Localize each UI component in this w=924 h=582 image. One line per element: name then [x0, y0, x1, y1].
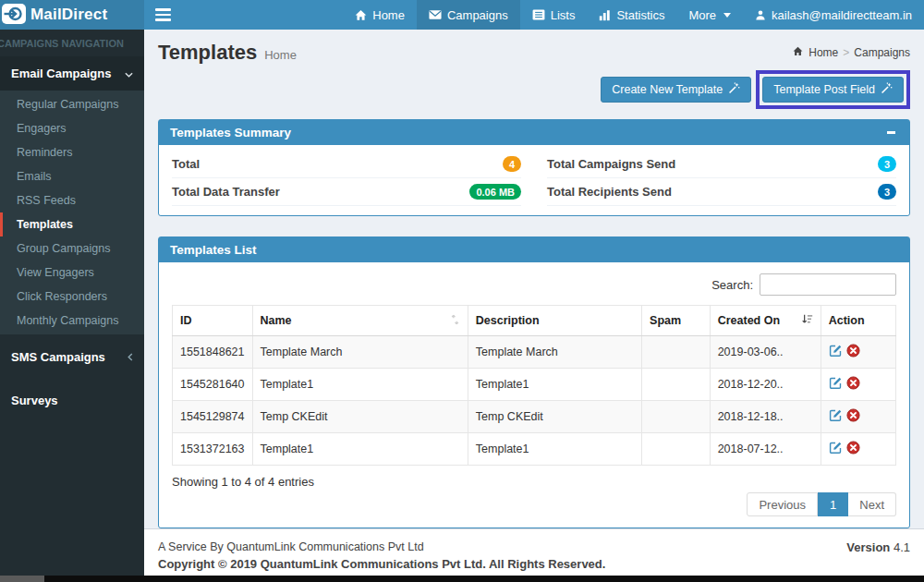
sidebar-item-emails[interactable]: Emails — [0, 164, 144, 188]
templates-summary-header: Templates Summary — [159, 120, 909, 145]
sidebar-item-view-engagers[interactable]: View Engagers — [0, 261, 144, 285]
nav-statistics[interactable]: Statistics — [587, 0, 676, 30]
table-row: 1545129874 Temp CKEdit Temp CKEdit 2018-… — [173, 401, 896, 433]
edit-icon[interactable] — [829, 376, 843, 393]
column-header-id[interactable]: ID — [173, 306, 253, 336]
previous-page-button[interactable]: Previous — [747, 492, 818, 516]
cell-description: Template1 — [468, 369, 641, 401]
cell-id: 1545281640 — [173, 369, 253, 401]
edit-icon[interactable] — [829, 344, 843, 360]
email-campaigns-submenu: Regular Campaigns Engagers Reminders Ema… — [0, 91, 144, 334]
bar-chart-icon — [599, 9, 611, 21]
table-row: 1551848621 Template March Template March… — [173, 336, 896, 369]
summary-campaigns-send-badge: 3 — [878, 156, 896, 172]
cell-created-on: 2018-12-20.. — [710, 369, 821, 401]
sidebar: CAMPAIGNS NAVIGATION Email Campaigns Reg… — [0, 30, 144, 576]
template-post-field-button[interactable]: Template Post Field — [762, 77, 904, 103]
delete-icon[interactable] — [846, 408, 860, 425]
breadcrumb-home[interactable]: Home — [808, 46, 838, 59]
sidebar-toggle-icon[interactable] — [144, 0, 181, 30]
summary-recipients-send-badge: 3 — [878, 184, 896, 200]
column-header-created-on[interactable]: Created On — [710, 306, 821, 336]
templates-table: ID Name Description Spam Created On — [172, 305, 896, 466]
taskbar-segment — [44, 576, 924, 582]
magic-wand-icon — [881, 82, 893, 97]
cell-spam — [642, 433, 711, 466]
templates-list-body: Search: ID Name Descripti — [159, 262, 909, 527]
summary-row-total: Total 4 — [172, 151, 521, 178]
cell-description: Template March — [468, 336, 641, 369]
sidebar-sms-campaigns-label: SMS Campaigns — [11, 350, 105, 364]
cell-action — [821, 433, 895, 466]
column-header-spam[interactable]: Spam — [642, 306, 711, 336]
cell-spam — [642, 401, 711, 433]
nav-more[interactable]: More — [676, 0, 743, 30]
sidebar-item-templates[interactable]: Templates — [0, 212, 144, 236]
brand-logo[interactable]: MailDirect — [0, 0, 144, 30]
nav-campaigns[interactable]: Campaigns — [417, 0, 520, 30]
column-header-action: Action — [821, 306, 895, 336]
sidebar-item-sms-campaigns[interactable]: SMS Campaigns — [0, 340, 144, 374]
navbar-menu: Home Campaigns Lists Statistics More — [343, 0, 924, 30]
collapse-minus-icon[interactable] — [883, 127, 898, 139]
edit-icon[interactable] — [829, 441, 843, 457]
breadcrumb-separator: > — [843, 46, 849, 59]
page-1-button[interactable]: 1 — [818, 492, 848, 516]
sidebar-item-surveys[interactable]: Surveys — [0, 383, 144, 418]
nav-home[interactable]: Home — [343, 0, 417, 30]
column-header-name[interactable]: Name — [252, 306, 468, 336]
home-icon — [355, 9, 367, 21]
summary-campaigns-send-label: Total Campaigns Send — [547, 157, 675, 171]
sidebar-item-click-responders[interactable]: Click Responders — [0, 285, 144, 309]
sidebar-surveys-label: Surveys — [11, 394, 58, 407]
footer: Version 4.1 A Service By QuantumLink Com… — [144, 528, 924, 582]
sidebar-item-reminders[interactable]: Reminders — [0, 140, 144, 164]
cell-description: Temp CKEdit — [468, 401, 641, 433]
summary-total-badge: 4 — [503, 156, 521, 172]
create-new-template-label: Create New Template — [612, 83, 723, 96]
cell-description: Template1 — [468, 433, 641, 466]
sidebar-section-label: CAMPAIGNS NAVIGATION — [0, 30, 144, 56]
sidebar-item-email-campaigns[interactable]: Email Campaigns — [0, 56, 144, 91]
version-info: Version 4.1 — [846, 540, 910, 554]
cell-name: Template1 — [252, 433, 468, 466]
nav-user[interactable]: kailash@maildirectteam.in — [743, 0, 924, 30]
nav-more-label: More — [688, 8, 716, 22]
templates-list-title: Templates List — [170, 243, 257, 257]
edit-icon[interactable] — [829, 408, 843, 425]
delete-icon[interactable] — [846, 344, 860, 360]
templates-summary-body: Total 4 Total Campaigns Send 3 Total Dat… — [159, 145, 909, 215]
table-info: Showing 1 to 4 of 4 entries — [172, 466, 896, 491]
sidebar-item-monthly-campaigns[interactable]: Monthly Campaigns — [0, 309, 144, 333]
sidebar-item-rss-feeds[interactable]: RSS Feeds — [0, 188, 144, 212]
summary-row-campaigns-send: Total Campaigns Send 3 — [547, 151, 896, 178]
summary-recipients-send-label: Total Recipients Send — [547, 185, 672, 199]
user-icon — [755, 9, 766, 21]
pagination: Previous 1 Next — [172, 492, 896, 516]
search-label: Search: — [711, 278, 753, 292]
search-input[interactable] — [760, 273, 896, 296]
top-navbar: MailDirect Home Campaigns Lists Statisti — [0, 0, 924, 30]
sort-desc-icon[interactable] — [801, 313, 813, 328]
nav-lists[interactable]: Lists — [520, 0, 588, 30]
table-header-row: ID Name Description Spam Created On — [173, 306, 896, 336]
cell-id: 1551848621 — [173, 336, 253, 369]
next-page-button[interactable]: Next — [848, 492, 896, 516]
cell-name: Template1 — [252, 369, 468, 401]
nav-user-label: kailash@maildirectteam.in — [772, 8, 912, 22]
cell-spam — [642, 369, 711, 401]
sidebar-item-group-campaigns[interactable]: Group Campaigns — [0, 236, 144, 261]
cell-name: Temp CKEdit — [252, 401, 468, 433]
delete-icon[interactable] — [846, 376, 860, 393]
nav-lists-label: Lists — [551, 8, 576, 22]
column-header-description[interactable]: Description — [468, 306, 641, 336]
sidebar-item-regular-campaigns[interactable]: Regular Campaigns — [0, 92, 144, 116]
sidebar-item-engagers[interactable]: Engagers — [0, 116, 144, 140]
cell-name: Template March — [252, 336, 468, 369]
create-new-template-button[interactable]: Create New Template — [601, 77, 751, 103]
main-content: TemplatesHome Home > Campaigns Create Ne… — [144, 30, 924, 576]
cell-id: 1545129874 — [173, 401, 253, 433]
version-label: Version — [846, 540, 890, 554]
sort-both-icon[interactable] — [450, 314, 460, 328]
delete-icon[interactable] — [846, 441, 860, 457]
